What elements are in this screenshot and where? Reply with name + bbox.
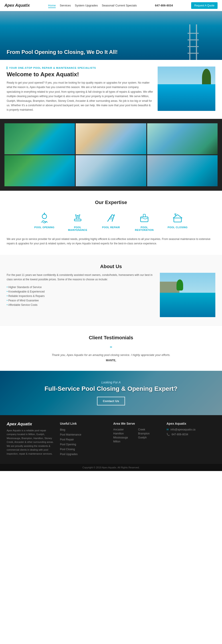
nav-specials[interactable]: Seasonal/ Current Specials: [102, 4, 137, 7]
about-list-item-4: Peace of Mind Guarantee: [7, 298, 154, 303]
pool-ladder-icon: [186, 24, 200, 60]
svg-point-8: [77, 216, 79, 218]
testimonials-section: Client Testimonials " Thank you, Apex Aq…: [0, 326, 222, 371]
testimonials-title: Client Testimonials: [7, 335, 215, 341]
about-list-item-1: Higher Standards of Service: [7, 285, 154, 290]
pool-closing-label: POOL CLOSING: [168, 226, 188, 229]
footer-area-hamilton: Hamilton: [113, 432, 137, 435]
svg-rect-15: [174, 218, 181, 222]
pool-maintenance-icon: [72, 212, 84, 224]
hero-headline: From Pool Opening to Closing, We Do It A…: [7, 48, 118, 56]
footer-area-milton: Milton: [113, 440, 137, 443]
gallery-item-4: [5, 155, 75, 186]
nav-home[interactable]: Home: [48, 4, 56, 8]
svg-point-6: [42, 214, 47, 219]
gallery-pool-5: [76, 155, 146, 186]
cta-subtitle: Looking For A: [45, 380, 178, 384]
expertise-pool-repair: POOL REPAIR: [98, 212, 124, 231]
quote-mark-icon: ": [7, 345, 215, 352]
pool-repair-icon: [105, 212, 117, 224]
footer-contact-col: Apex Aquatix ✉ info@apexaquatix.ca 📞 647…: [166, 422, 215, 457]
pool-restoration-label: POOL RESTORATION: [131, 226, 158, 231]
footer-areas-col: Area We Serve Ancaster Creek Hamilton Br…: [113, 422, 162, 457]
gallery-item-3: [147, 123, 217, 154]
expertise-pool-opening: POOL OPENING: [31, 212, 58, 231]
footer-logo: Apex Aquatix: [7, 422, 56, 426]
nav-links: Home Services System Upgrades Seasonal/ …: [48, 4, 137, 7]
testimonial-author: MANTE,: [7, 359, 215, 362]
pool-opening-icon: [38, 212, 51, 224]
nav-system-upgrades[interactable]: System Upgrades: [75, 4, 98, 7]
footer-link-maintenance[interactable]: Pool Maintenance: [60, 433, 109, 436]
gallery-section: [0, 119, 222, 191]
footer-link-blog[interactable]: Blog: [60, 428, 109, 431]
footer-copyright: Copyright © 2019 Apex Aquatix. All Right…: [0, 464, 222, 471]
pool-restoration-icon: [138, 212, 150, 224]
nav-phone: 647-806-8034: [155, 4, 173, 7]
navbar: Apex Aquatix Home Services System Upgrad…: [0, 0, 222, 11]
welcome-subtitle: YOUR ONE-STOP POOL REPAIR & MAINTENANCE …: [7, 66, 153, 69]
nav-services[interactable]: Services: [60, 4, 71, 7]
footer-contact-title: Apex Aquatix: [166, 422, 215, 425]
footer-area-ancaster: Ancaster: [113, 428, 137, 431]
footer-description: Apex Aquatix is a reliable pool repair c…: [7, 429, 56, 456]
pool-maintenance-label: POOL MAINTENANCE: [64, 226, 91, 231]
cta-banner: Looking For A Full-Service Pool Closing …: [0, 371, 222, 415]
cta-content: Looking For A Full-Service Pool Closing …: [45, 380, 178, 406]
welcome-image-pool: [158, 84, 215, 111]
footer-link-closing[interactable]: Pool Closing: [60, 448, 109, 451]
cta-title: Full-Service Pool Closing & Opening Expe…: [45, 385, 178, 392]
about-title: About Us: [7, 264, 215, 270]
cta-contact-button[interactable]: Contact Us: [97, 397, 125, 406]
pool-opening-label: POOL OPENING: [34, 226, 55, 229]
gallery-item-2: [76, 123, 146, 154]
phone-icon: 📞: [166, 433, 170, 436]
about-img-plant: [176, 280, 183, 290]
email-icon: ✉: [166, 428, 169, 431]
expertise-grid: POOL OPENING POOL MAINTENANCE: [7, 212, 215, 231]
footer-areas-grid: Ancaster Creek Hamilton Brampton Mississ…: [113, 428, 162, 443]
welcome-body: Ready to get your pool opened? If yes, y…: [7, 80, 153, 112]
about-list-item-3: Reliable Inspections & Repairs: [7, 294, 154, 298]
about-text: For the past 11 years we have confidentl…: [7, 273, 154, 307]
gallery-pool-3: [147, 123, 217, 154]
nav-logo: Apex Aquatix: [5, 3, 30, 8]
about-list-item-5: Affordable Service Costs: [7, 303, 154, 307]
about-body: For the past 11 years we have confidentl…: [7, 273, 154, 282]
welcome-section: YOUR ONE-STOP POOL REPAIR & MAINTENANCE …: [0, 60, 222, 119]
svg-rect-14: [143, 214, 145, 217]
about-img-pool: [160, 293, 215, 317]
footer-link-repair[interactable]: Pool Repair: [60, 438, 109, 441]
about-list: Higher Standards of Service Knowledgeabl…: [7, 285, 154, 307]
request-quote-button[interactable]: Request A Quote: [191, 2, 217, 9]
testimonial-text: Thank you, Apex Aquatix for an amazing p…: [44, 353, 178, 356]
gallery-item-5: [76, 155, 146, 186]
about-section: About Us For the past 11 years we have c…: [0, 255, 222, 326]
gallery-item-1: [5, 123, 75, 154]
expertise-pool-restoration: POOL RESTORATION: [131, 212, 158, 231]
pool-repair-label: POOL REPAIR: [102, 226, 120, 229]
footer: Apex Aquatix Apex Aquatix is a reliable …: [0, 415, 222, 464]
gallery-pool-4: [5, 155, 75, 186]
svg-rect-7: [74, 219, 81, 221]
footer-area-brampton: Brampton: [138, 432, 162, 435]
footer-link-opening[interactable]: Pool Opening: [60, 443, 109, 446]
gallery-item-6: [147, 155, 217, 186]
hero-section: From Pool Opening to Closing, We Do It A…: [0, 11, 222, 60]
footer-links-col: Useful Link Blog Pool Maintenance Pool R…: [60, 422, 109, 457]
footer-about-col: Apex Aquatix Apex Aquatix is a reliable …: [7, 422, 56, 457]
svg-rect-13: [140, 217, 148, 222]
welcome-image: [158, 66, 215, 111]
gallery-pool-1: [5, 123, 75, 154]
footer-phone: 📞 647-806-8034: [166, 433, 215, 436]
footer-link-upgrades[interactable]: Pool Upgrades: [60, 452, 109, 456]
expertise-section: Our Expertise POOL OPENING: [0, 191, 222, 255]
expertise-pool-closing: POOL CLOSING: [164, 212, 191, 231]
footer-areas-title: Area We Serve: [113, 422, 162, 425]
welcome-text: YOUR ONE-STOP POOL REPAIR & MAINTENANCE …: [7, 66, 153, 112]
footer-area-mississauga: Mississauga: [113, 436, 137, 439]
gallery-pool-2: [76, 123, 146, 154]
footer-links-list: Blog Pool Maintenance Pool Repair Pool O…: [60, 428, 109, 456]
footer-links-title: Useful Link: [60, 422, 109, 425]
expertise-pool-maintenance: POOL MAINTENANCE: [64, 212, 91, 231]
